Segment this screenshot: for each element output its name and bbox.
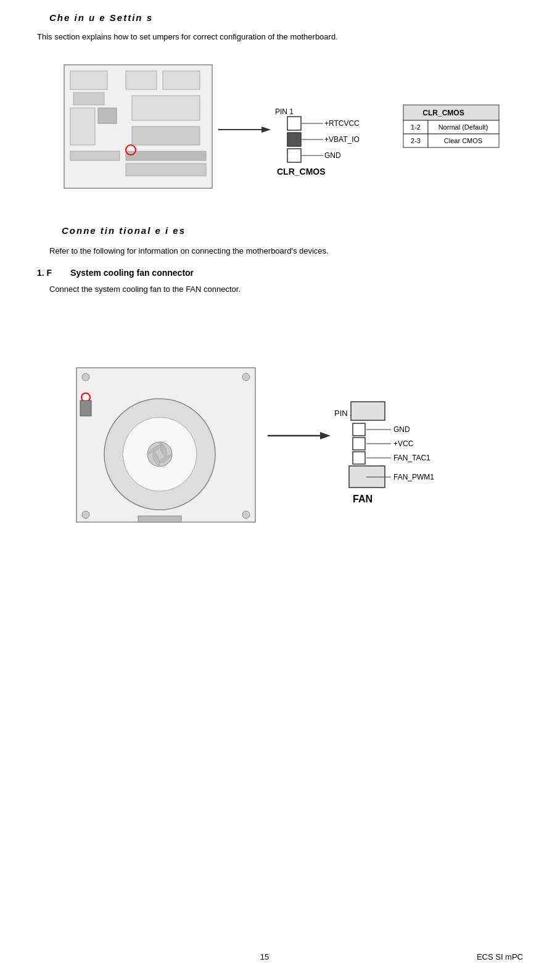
svg-text:PIN 1: PIN 1 bbox=[275, 107, 294, 116]
svg-rect-11 bbox=[126, 164, 206, 176]
svg-rect-3 bbox=[70, 108, 95, 145]
fan-connect-text: Connect the system cooling fan to the FA… bbox=[49, 283, 523, 296]
footer-brand: ECS SI mPC bbox=[430, 952, 523, 961]
svg-text:FAN_TAC1: FAN_TAC1 bbox=[393, 454, 430, 462]
svg-text:GND: GND bbox=[393, 425, 410, 434]
svg-text:2-3: 2-3 bbox=[411, 137, 421, 144]
svg-text:+VBAT_IO: +VBAT_IO bbox=[324, 135, 360, 144]
svg-rect-1 bbox=[70, 71, 107, 89]
svg-rect-50 bbox=[351, 402, 385, 420]
footer-page-num: 15 bbox=[99, 952, 430, 961]
svg-rect-4 bbox=[98, 108, 117, 123]
svg-rect-5 bbox=[70, 151, 120, 160]
fan-diagram: PIN 1 GND +VCC FAN_TAC1 FAN_PWM1 bbox=[37, 306, 523, 534]
svg-text:+VCC: +VCC bbox=[393, 439, 414, 448]
connector-section-title: Conne tin tional e i es bbox=[62, 225, 523, 236]
page-footer: 15 ECS SI mPC bbox=[0, 952, 560, 961]
svg-rect-8 bbox=[132, 96, 200, 120]
refer-text: Refer to the following for information o… bbox=[49, 244, 523, 258]
svg-rect-53 bbox=[353, 452, 365, 464]
svg-point-41 bbox=[242, 373, 250, 381]
svg-rect-10 bbox=[126, 151, 206, 160]
svg-rect-46 bbox=[138, 516, 181, 522]
svg-text:CLR_CMOS: CLR_CMOS bbox=[422, 109, 464, 117]
svg-text:+RTCVCC: +RTCVCC bbox=[324, 119, 360, 128]
svg-point-42 bbox=[82, 511, 89, 518]
jumper-section-title: Che in u e Settin s bbox=[49, 12, 523, 23]
intro-text: This section explains how to set umpers … bbox=[37, 30, 523, 44]
svg-text:FAN: FAN bbox=[353, 494, 373, 504]
page-content: Che in u e Settin s This section explain… bbox=[0, 0, 560, 980]
svg-point-40 bbox=[82, 373, 89, 381]
svg-text:GND: GND bbox=[324, 151, 341, 160]
svg-marker-48 bbox=[320, 432, 331, 439]
svg-text:FAN_PWM1: FAN_PWM1 bbox=[393, 473, 434, 481]
svg-text:Normal (Default): Normal (Default) bbox=[439, 123, 488, 131]
svg-rect-51 bbox=[353, 423, 365, 436]
svg-point-43 bbox=[242, 511, 250, 518]
svg-text:CLR_CMOS: CLR_CMOS bbox=[277, 167, 326, 176]
svg-rect-52 bbox=[353, 438, 365, 450]
svg-text:1-2: 1-2 bbox=[411, 123, 421, 131]
fan-section-label: System cooling fan connector bbox=[70, 268, 194, 278]
svg-rect-17 bbox=[287, 133, 301, 146]
svg-rect-16 bbox=[287, 117, 301, 130]
svg-rect-45 bbox=[80, 401, 91, 416]
clr-cmos-diagram: PIN 1 +RTCVCC +VBAT_IO GND CLR_CMOS CLR_… bbox=[37, 59, 523, 201]
svg-marker-14 bbox=[261, 127, 271, 133]
svg-rect-9 bbox=[132, 127, 200, 145]
fan-section-num: 1. F bbox=[37, 268, 52, 278]
svg-text:Clear CMOS: Clear CMOS bbox=[444, 137, 482, 144]
svg-rect-7 bbox=[163, 71, 200, 89]
svg-rect-6 bbox=[126, 71, 157, 89]
svg-rect-18 bbox=[287, 149, 301, 162]
svg-rect-2 bbox=[73, 93, 104, 105]
